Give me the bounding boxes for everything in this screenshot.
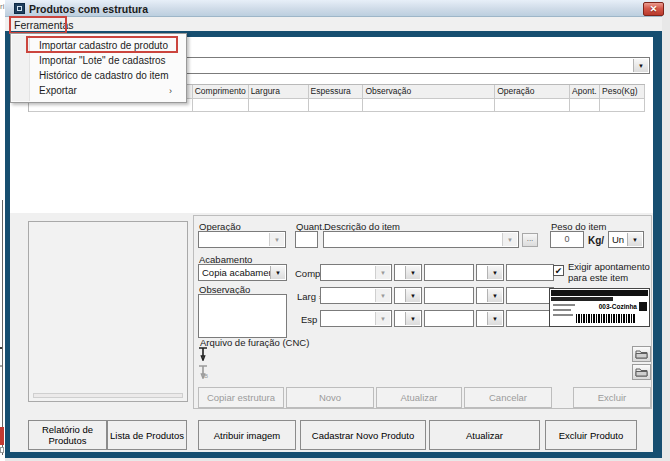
label-preview-titlebar bbox=[551, 290, 648, 296]
chevron-down-icon[interactable]: ▼ bbox=[633, 59, 648, 72]
esp-input-2[interactable] bbox=[506, 310, 554, 327]
column-header-largura: Largura bbox=[249, 85, 309, 99]
novo-button[interactable]: Novo bbox=[286, 387, 374, 408]
excluir-item-button[interactable]: Excluir bbox=[573, 387, 651, 408]
column-header-espessura: Espessura bbox=[309, 85, 364, 99]
label-preview-line bbox=[553, 304, 575, 306]
cnc-file-label: Arquivo de furação (CNC) bbox=[200, 337, 309, 348]
relatorio-produtos-button[interactable]: Relatório de Produtos bbox=[28, 420, 107, 450]
folder-open-icon[interactable] bbox=[632, 346, 651, 362]
column-header-operacao: Operação bbox=[495, 85, 570, 99]
esp-combobox-3[interactable]: ▼ bbox=[476, 310, 504, 327]
quant-input[interactable] bbox=[295, 231, 318, 248]
submenu-arrow-icon: › bbox=[169, 84, 172, 98]
drill-icon bbox=[196, 347, 210, 362]
cadastrar-novo-produto-button[interactable]: Cadastrar Novo Produto bbox=[300, 420, 426, 450]
chevron-down-icon[interactable]: ▼ bbox=[502, 233, 517, 246]
label-preview: 003-Cozinha bbox=[549, 288, 650, 327]
kg-label: Kg/ bbox=[588, 235, 604, 246]
copiar-estrutura-button[interactable]: Copiar estrutura bbox=[198, 387, 284, 408]
larg-input-1[interactable] bbox=[424, 287, 474, 304]
chevron-down-icon[interactable]: ▼ bbox=[487, 289, 502, 302]
larg-combobox-2[interactable]: ▼ bbox=[394, 287, 422, 304]
title-bar: Produtos com estrutura ✕ bbox=[5, 0, 662, 17]
svg-text:B: B bbox=[204, 373, 208, 379]
chevron-down-icon[interactable]: ▼ bbox=[405, 266, 420, 279]
chevron-down-icon[interactable]: ▼ bbox=[487, 312, 502, 325]
chevron-down-icon[interactable]: ▼ bbox=[375, 266, 390, 279]
cnc-file-input-bottom[interactable] bbox=[0, 365, 2, 367]
menu-item-historico[interactable]: Histórico de cadastro do item bbox=[31, 69, 184, 83]
larg-combobox-1[interactable]: ▼ bbox=[320, 287, 392, 304]
column-header-apont: Apont. bbox=[570, 85, 600, 99]
esp-combobox-2[interactable]: ▼ bbox=[394, 310, 422, 327]
unidade-combobox[interactable]: Un ▼ bbox=[608, 231, 644, 248]
chevron-down-icon[interactable]: ▼ bbox=[405, 289, 420, 302]
exigir-apontamento-label-2: para este item bbox=[568, 272, 628, 283]
close-button[interactable]: ✕ bbox=[643, 2, 664, 16]
app-icon bbox=[14, 3, 25, 14]
chevron-down-icon[interactable]: ▼ bbox=[269, 233, 284, 246]
barcode bbox=[576, 314, 636, 323]
folder-open-icon[interactable] bbox=[632, 364, 651, 380]
chevron-down-icon[interactable]: ▼ bbox=[375, 289, 390, 302]
comp-combobox-3[interactable]: ▼ bbox=[476, 264, 504, 281]
comp-combobox-2[interactable]: ▼ bbox=[394, 264, 422, 281]
exigir-apontamento-label: Exigir apontamento bbox=[568, 261, 650, 272]
comp-input-2[interactable] bbox=[506, 264, 554, 281]
larg-input-2[interactable] bbox=[506, 287, 554, 304]
image-box-bottom-strip bbox=[33, 393, 183, 398]
background-partial-text: ri bbox=[0, 2, 4, 11]
operacao-combobox[interactable]: ▼ bbox=[198, 231, 286, 248]
comp-combobox-1[interactable]: ▼ bbox=[320, 264, 392, 281]
label-preview-line bbox=[553, 314, 573, 316]
peso-input[interactable]: 0 bbox=[550, 231, 584, 248]
label-preview-subtitle-bar bbox=[551, 297, 613, 301]
descricao-combobox[interactable]: ▼ bbox=[323, 231, 519, 248]
chevron-down-icon[interactable]: ▼ bbox=[405, 312, 420, 325]
cnc-file-input-top[interactable] bbox=[0, 347, 2, 349]
menu-bar bbox=[5, 17, 662, 31]
label-preview-line bbox=[553, 309, 571, 311]
annotation-box-importar-cadastro bbox=[26, 36, 178, 53]
esp-input-1[interactable] bbox=[424, 310, 474, 327]
lista-produtos-button[interactable]: Lista de Produtos bbox=[107, 420, 187, 450]
label-preview-black-square bbox=[639, 302, 647, 311]
background-red-element bbox=[0, 427, 4, 445]
drill-icon-secondary: B bbox=[196, 365, 210, 380]
menu-item-importar-lote[interactable]: Importar "Lote" de cadastros bbox=[31, 54, 184, 68]
chevron-down-icon[interactable]: ▼ bbox=[487, 266, 502, 279]
atribuir-imagem-button[interactable]: Atribuir imagem bbox=[198, 420, 296, 450]
unidade-value: Un bbox=[612, 234, 624, 245]
column-header-comprimento: Comprimento bbox=[193, 85, 249, 99]
annotation-box-ferramentas bbox=[9, 16, 67, 34]
browse-button[interactable]: ... bbox=[522, 233, 538, 247]
exigir-apontamento-checkbox[interactable]: ✔ bbox=[553, 265, 564, 276]
cancelar-button[interactable]: Cancelar bbox=[464, 387, 552, 408]
menu-item-exportar[interactable]: Exportar bbox=[31, 84, 184, 98]
larg-combobox-3[interactable]: ▼ bbox=[476, 287, 504, 304]
comp-input-1[interactable] bbox=[424, 264, 474, 281]
atualizar-item-button[interactable]: Atualizar bbox=[376, 387, 462, 408]
atualizar-produto-button[interactable]: Atualizar bbox=[429, 420, 540, 450]
column-header-peso: Peso(Kg) bbox=[600, 85, 645, 99]
chevron-down-icon[interactable]: ▼ bbox=[375, 312, 390, 325]
esp-combobox-1[interactable]: ▼ bbox=[320, 310, 392, 327]
background-small-box bbox=[0, 447, 4, 453]
excluir-produto-button[interactable]: Excluir Produto bbox=[545, 420, 637, 450]
label-preview-product-code: 003-Cozinha bbox=[599, 303, 637, 310]
background-divider bbox=[2, 200, 3, 455]
column-header-observacao: Observação bbox=[363, 85, 495, 99]
window-title: Produtos com estrutura bbox=[29, 3, 148, 15]
chevron-down-icon[interactable]: ▼ bbox=[627, 233, 642, 246]
